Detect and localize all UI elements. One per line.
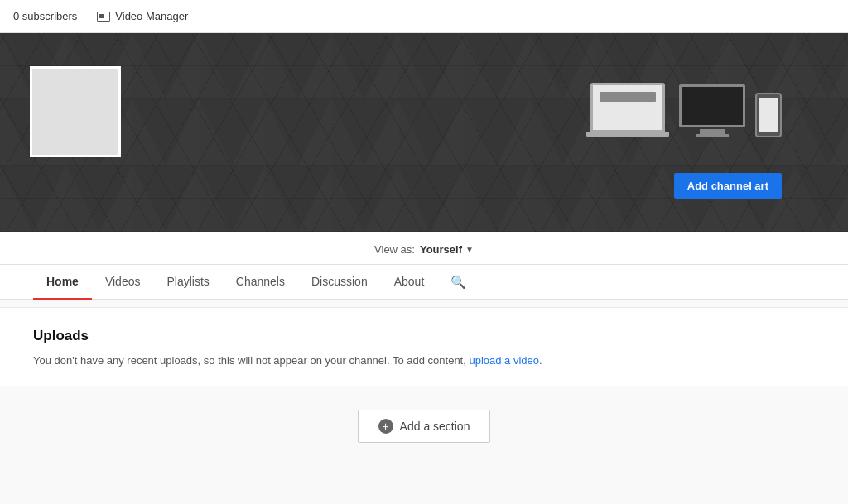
view-as-selector[interactable]: Yourself ▼ xyxy=(420,243,474,256)
add-channel-art-button[interactable]: Add channel art xyxy=(674,173,782,199)
add-section-bar: + Add a section xyxy=(0,393,848,459)
plus-circle-icon: + xyxy=(378,419,393,434)
add-section-label: Add a section xyxy=(400,420,470,433)
tab-about[interactable]: About xyxy=(381,265,438,300)
subscriber-count: 0 subscribers xyxy=(13,10,77,22)
phone-device-icon xyxy=(755,93,782,137)
laptop-base xyxy=(586,132,669,137)
tab-channels[interactable]: Channels xyxy=(223,265,298,300)
uploads-section: Uploads You don't have any recent upload… xyxy=(0,307,848,386)
tv-screen xyxy=(679,84,745,127)
tab-playlists[interactable]: Playlists xyxy=(153,265,222,300)
laptop-screen xyxy=(590,83,665,132)
video-manager-icon xyxy=(97,12,110,22)
tv-base xyxy=(696,134,729,137)
video-manager-link[interactable]: Video Manager xyxy=(97,10,188,22)
tv-device-icon xyxy=(679,84,745,137)
uploads-description-suffix: . xyxy=(539,354,542,367)
tabs-bar: Home Videos Playlists Channels Discussio… xyxy=(0,265,848,300)
tab-discussion[interactable]: Discussion xyxy=(298,265,381,300)
video-manager-label: Video Manager xyxy=(115,10,188,22)
upload-a-video-link[interactable]: upload a video xyxy=(469,354,539,367)
channel-avatar xyxy=(30,66,121,157)
top-bar: 0 subscribers Video Manager xyxy=(0,0,848,33)
add-section-button[interactable]: + Add a section xyxy=(358,410,491,443)
uploads-description: You don't have any recent uploads, so th… xyxy=(33,353,815,369)
channel-banner: Add channel art xyxy=(0,33,848,232)
view-as-value: Yourself xyxy=(420,243,462,256)
tab-videos[interactable]: Videos xyxy=(92,265,154,300)
laptop-device-icon xyxy=(586,83,669,137)
view-as-bar: View as: Yourself ▼ xyxy=(0,232,848,265)
view-as-label: View as: xyxy=(374,243,415,256)
tab-home[interactable]: Home xyxy=(33,265,92,300)
uploads-title: Uploads xyxy=(33,328,815,344)
uploads-description-text: You don't have any recent uploads, so th… xyxy=(33,354,466,367)
device-icons xyxy=(586,83,782,137)
search-icon[interactable]: 🔍 xyxy=(444,266,473,298)
phone-screen xyxy=(759,98,778,132)
chevron-down-icon: ▼ xyxy=(465,245,474,254)
laptop-screen-inner xyxy=(600,92,656,102)
